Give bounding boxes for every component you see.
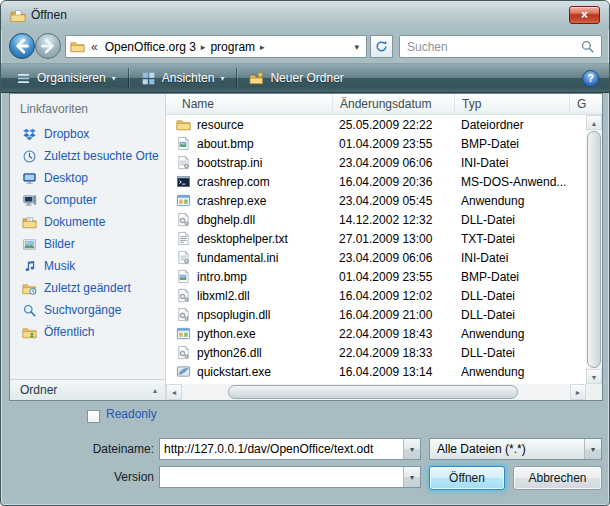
file-row-libxml2.dll[interactable]: libxml2.dll16.04.2009 12:02DLL-Datei xyxy=(166,286,586,305)
cancel-button[interactable]: Abbrechen xyxy=(513,466,602,490)
file-row-python26.dll[interactable]: python26.dll22.04.2009 18:33DLL-Datei xyxy=(166,343,586,362)
vertical-scrollbar-thumb[interactable] xyxy=(587,131,601,368)
scroll-left-icon: ◄ xyxy=(171,389,178,396)
folders-toggle[interactable]: Ordner ▴ xyxy=(10,379,165,400)
crumb-separator-icon[interactable]: ▸ xyxy=(259,42,266,52)
column-header-row: Name Änderungsdatum Typ G xyxy=(166,94,602,115)
horizontal-scrollbar-thumb[interactable] xyxy=(228,385,518,399)
breadcrumb-item-openoffice[interactable]: OpenOffice.org 3 xyxy=(101,40,200,54)
window-title: Öffnen xyxy=(31,1,67,29)
file-row-npsoplugin.dll[interactable]: npsoplugin.dll16.04.2009 21:00DLL-Datei xyxy=(166,305,586,324)
sidebar-item-music[interactable]: Musik xyxy=(10,255,165,277)
new-folder-button[interactable]: Neuer Ordner xyxy=(240,66,352,90)
filename-dropdown-button[interactable]: ▾ xyxy=(403,439,420,459)
dll-file-icon xyxy=(176,307,191,322)
scroll-up-button[interactable]: ▲ xyxy=(586,115,602,130)
filename-input[interactable] xyxy=(160,439,403,459)
documents-icon xyxy=(22,215,37,230)
back-button[interactable] xyxy=(9,33,35,59)
com-file-icon xyxy=(176,174,191,189)
scroll-left-button[interactable]: ◄ xyxy=(166,384,182,400)
filetype-value: Alle Dateien (*.*) xyxy=(430,439,584,459)
ini-file-icon xyxy=(176,250,191,265)
chevron-down-icon: ▾ xyxy=(220,74,224,83)
column-header-name[interactable]: Name xyxy=(166,94,333,114)
sidebar-item-recently-changed[interactable]: Zuletzt geändert xyxy=(10,277,165,299)
scrollbar-corner xyxy=(586,384,602,400)
file-row-intro.bmp[interactable]: intro.bmp01.04.2009 23:55BMP-Datei xyxy=(166,267,586,286)
version-dropdown-button[interactable]: ▾ xyxy=(403,467,420,487)
bmp-file-icon xyxy=(176,136,191,151)
file-row-python.exe[interactable]: python.exe22.04.2009 18:43Anwendung xyxy=(166,324,586,343)
file-row-desktophelper.txt[interactable]: desktophelper.txt27.01.2009 13:00TXT-Dat… xyxy=(166,229,586,248)
readonly-checkbox[interactable] xyxy=(87,410,100,423)
column-header-date[interactable]: Änderungsdatum xyxy=(333,94,455,114)
sidebar-item-dropbox[interactable]: Dropbox xyxy=(10,123,165,145)
folder-file-icon xyxy=(176,117,191,132)
views-menu-button[interactable]: Ansichten ▾ xyxy=(132,66,234,90)
chevron-down-icon: ▾ xyxy=(112,74,116,83)
titlebar: Öffnen × xyxy=(1,1,609,30)
changed-icon xyxy=(22,281,37,296)
file-row-crashrep.com[interactable]: crashrep.com16.04.2009 20:36MS-DOS-Anwen… xyxy=(166,172,586,191)
readonly-label[interactable]: Readonly xyxy=(106,407,157,421)
sidebar-item-pictures[interactable]: Bilder xyxy=(10,233,165,255)
quickstart-file-icon xyxy=(176,364,191,379)
favorites-header: Linkfavoriten xyxy=(10,94,165,121)
organize-menu-button[interactable]: Organisieren ▾ xyxy=(7,66,125,90)
sidebar-item-recent-places[interactable]: Zuletzt besuchte Orte xyxy=(10,145,165,167)
file-row-bootstrap.ini[interactable]: bootstrap.ini23.04.2009 06:06INI-Datei xyxy=(166,153,586,172)
sidebar-item-desktop[interactable]: Desktop xyxy=(10,167,165,189)
version-combobox[interactable]: ▾ xyxy=(159,466,421,488)
column-header-type[interactable]: Typ xyxy=(455,94,570,114)
scroll-right-button[interactable]: ► xyxy=(570,384,586,400)
searches-icon xyxy=(22,303,37,318)
search-input[interactable] xyxy=(400,40,580,54)
file-row-dbghelp.dll[interactable]: dbghelp.dll14.12.2002 12:32DLL-Datei xyxy=(166,210,586,229)
sidebar-item-documents[interactable]: Dokumente xyxy=(10,211,165,233)
refresh-button[interactable] xyxy=(370,35,393,58)
sidebar-item-public[interactable]: Öffentlich xyxy=(10,321,165,343)
sidebar-item-computer[interactable]: Computer xyxy=(10,189,165,211)
forward-arrow-icon xyxy=(36,34,60,58)
address-history-dropdown[interactable]: ▾ xyxy=(347,42,366,52)
file-row-quickstart.exe[interactable]: quickstart.exe16.04.2009 13:14Anwendung xyxy=(166,362,586,381)
chevron-down-icon: ▾ xyxy=(410,473,414,482)
address-bar[interactable]: « OpenOffice.org 3 ▸ program ▸ ▾ xyxy=(65,35,367,58)
recent-icon xyxy=(22,149,37,164)
horizontal-scrollbar[interactable]: ◄ ► xyxy=(166,384,586,400)
filename-label: Dateiname: xyxy=(61,442,154,456)
column-header-size[interactable]: G xyxy=(570,94,602,114)
file-row-resource[interactable]: resource25.05.2009 22:22Dateiordner xyxy=(166,115,586,134)
open-button[interactable]: Öffnen xyxy=(429,466,505,490)
file-rows: resource25.05.2009 22:22Dateiordnerabout… xyxy=(166,115,586,384)
filetype-combobox[interactable]: Alle Dateien (*.*) ▾ xyxy=(429,438,602,460)
search-icon xyxy=(580,39,595,54)
help-button[interactable]: ? xyxy=(582,70,599,87)
breadcrumb-item-program[interactable]: program xyxy=(206,40,259,54)
dialog-icon xyxy=(10,8,26,24)
dll-file-icon xyxy=(176,345,191,360)
open-dialog: Öffnen × « OpenOffice.org 3 ▸ program ▸ … xyxy=(0,0,610,506)
scroll-down-button[interactable]: ▼ xyxy=(586,369,602,384)
dropbox-icon xyxy=(22,127,37,142)
sidebar-item-searches[interactable]: Suchvorgänge xyxy=(10,299,165,321)
organize-label: Organisieren xyxy=(37,71,106,85)
organize-icon xyxy=(16,71,31,86)
breadcrumb-overflow[interactable]: « xyxy=(91,40,98,54)
exe-file-icon xyxy=(176,193,191,208)
filename-combobox: ▾ xyxy=(159,438,421,460)
scroll-up-icon: ▲ xyxy=(591,120,598,127)
file-row-fundamental.ini[interactable]: fundamental.ini23.04.2009 06:06INI-Datei xyxy=(166,248,586,267)
folders-chevron-icon: ▴ xyxy=(153,386,157,395)
file-row-about.bmp[interactable]: about.bmp01.04.2009 23:55BMP-Datei xyxy=(166,134,586,153)
filetype-dropdown-button[interactable]: ▾ xyxy=(584,439,601,459)
search-box[interactable] xyxy=(399,35,602,58)
new-folder-label: Neuer Ordner xyxy=(270,71,343,85)
dll-file-icon xyxy=(176,212,191,227)
file-row-crashrep.exe[interactable]: crashrep.exe23.04.2009 05:45Anwendung xyxy=(166,191,586,210)
close-button[interactable]: × xyxy=(569,6,600,24)
vertical-scrollbar[interactable]: ▲ ▼ xyxy=(586,115,602,384)
forward-button[interactable] xyxy=(35,33,61,59)
music-icon xyxy=(22,259,37,274)
